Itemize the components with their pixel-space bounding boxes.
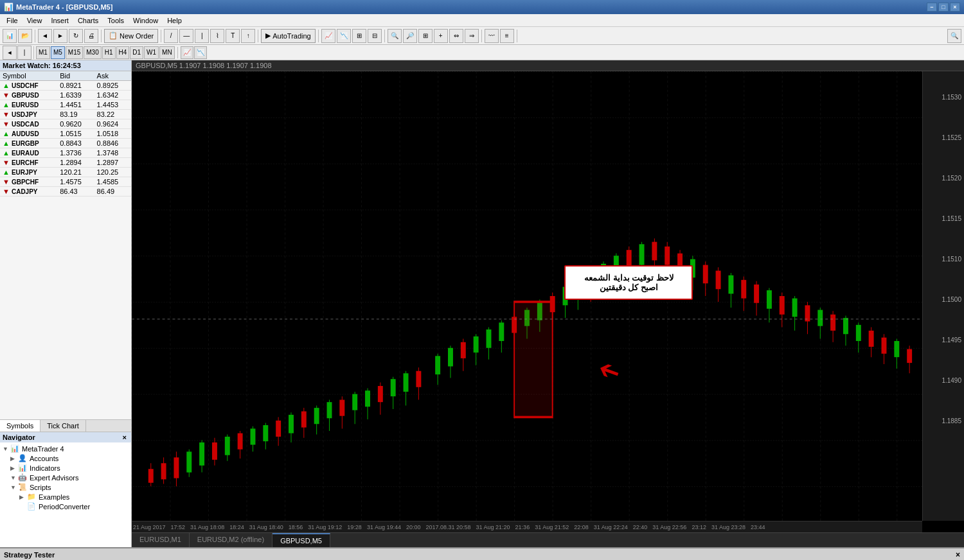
tree-item-scripts[interactable]: ▼ 📜 Scripts bbox=[1, 482, 130, 492]
tree-item-indicators[interactable]: ▶ 📊 Indicators bbox=[1, 463, 130, 473]
list-item[interactable]: ▼ CADJPY86.4386.49 bbox=[0, 187, 131, 197]
tf-m5[interactable]: M5 bbox=[51, 46, 65, 59]
time-label: 22:40 bbox=[633, 524, 648, 530]
refresh-btn[interactable]: ↻ bbox=[69, 29, 83, 43]
tf-w1[interactable]: W1 bbox=[144, 46, 159, 59]
menu-file[interactable]: File bbox=[3, 15, 22, 26]
crosshair-btn[interactable]: + bbox=[434, 29, 448, 43]
tf-arrow-left[interactable]: ◄ bbox=[3, 46, 17, 60]
candlestick-chart bbox=[132, 71, 922, 521]
menu-tools[interactable]: Tools bbox=[103, 15, 128, 26]
hline-btn[interactable]: — bbox=[179, 29, 193, 43]
indicator-btn1[interactable]: 〰 bbox=[485, 29, 499, 43]
new-order-button[interactable]: 📋 Expert properties New Order bbox=[104, 29, 158, 43]
line-btn[interactable]: / bbox=[164, 29, 178, 43]
list-item[interactable]: ▲ EURGBP0.88430.8846 bbox=[0, 139, 131, 148]
tree-item-examples[interactable]: ▶ 📁 Examples bbox=[1, 492, 130, 502]
navigator-header: Navigator × bbox=[0, 432, 131, 442]
tf-line-btn1[interactable]: 📈 bbox=[181, 46, 193, 59]
svg-rect-91 bbox=[716, 271, 721, 290]
list-item[interactable]: ▲ EURAUD1.37361.3748 bbox=[0, 148, 131, 158]
chart-canvas[interactable]: 1.1530 1.1525 1.1520 1.1515 1.1510 1.150… bbox=[132, 71, 964, 532]
time-label: 31 Aug 18:40 bbox=[249, 524, 283, 530]
tab-eurusd-m1[interactable]: EURUSD,M1 bbox=[132, 533, 190, 547]
panel-close-icon[interactable]: × bbox=[956, 550, 960, 559]
list-item[interactable]: ▲ AUDUSD1.05151.0518 bbox=[0, 129, 131, 139]
tf-bar-chart[interactable]: | bbox=[17, 46, 31, 60]
trade-btn3[interactable]: ⊞ bbox=[352, 29, 366, 43]
list-item[interactable]: ▲ USDCHF0.89210.8925 bbox=[0, 81, 131, 91]
svg-rect-5 bbox=[161, 463, 166, 479]
tab-tick-chart[interactable]: Tick Chart bbox=[40, 420, 86, 432]
list-item[interactable]: ▲ EURUSD1.44511.4453 bbox=[0, 100, 131, 110]
tree-label-pc: PeriodConverter bbox=[39, 503, 90, 511]
list-item[interactable]: ▼ GBPCHF1.45751.4585 bbox=[0, 177, 131, 187]
navigator-close-button[interactable]: × bbox=[121, 433, 129, 441]
fibonacci-btn[interactable]: ⌇ bbox=[210, 29, 224, 43]
minimize-button[interactable]: − bbox=[927, 3, 937, 12]
trade-btn1[interactable]: 📈 bbox=[321, 29, 335, 43]
tf-d1[interactable]: D1 bbox=[130, 46, 143, 59]
tf-line-btn2[interactable]: 📉 bbox=[194, 46, 207, 59]
price-level: 1.1885 bbox=[942, 417, 961, 424]
tab-gbpusd-m5[interactable]: GBPUSD,M5 bbox=[272, 533, 330, 547]
market-watch-header: Market Watch: 16:24:53 bbox=[0, 60, 131, 71]
scroll-btn[interactable]: ⇔ bbox=[449, 29, 463, 43]
list-item[interactable]: ▼ EURCHF1.28941.2897 bbox=[0, 158, 131, 168]
props-btn[interactable]: ⊞ bbox=[418, 29, 433, 43]
time-label: 21:36 bbox=[515, 524, 530, 530]
tf-mn[interactable]: MN bbox=[159, 46, 175, 59]
new-chart-btn[interactable]: 📊 bbox=[3, 29, 17, 43]
market-watch-table[interactable]: Symbol Bid Ask ▲ USDCHF0.89210.8925 ▼ GB… bbox=[0, 71, 131, 419]
tf-m15[interactable]: M15 bbox=[66, 46, 83, 59]
tree-item-accounts[interactable]: ▶ 👤 Accounts bbox=[1, 453, 130, 463]
indicator-btn2[interactable]: ≡ bbox=[500, 29, 514, 43]
maximize-button[interactable]: □ bbox=[938, 3, 949, 12]
svg-rect-83 bbox=[665, 247, 670, 265]
list-item[interactable]: ▼ USDCAD0.96200.9624 bbox=[0, 119, 131, 129]
menu-help[interactable]: Help bbox=[163, 15, 186, 26]
tf-h1[interactable]: H1 bbox=[102, 46, 116, 59]
navigator-tree[interactable]: ▼ 📊 MetaTrader 4 ▶ 👤 Accounts ▶ 📊 Indica… bbox=[0, 442, 131, 547]
print-btn[interactable]: 🖨 bbox=[84, 29, 98, 43]
tf-m1[interactable]: M1 bbox=[36, 46, 50, 59]
strategy-tester-bar: Strategy Tester × bbox=[0, 548, 964, 560]
col-bid: Bid bbox=[57, 71, 94, 81]
svg-rect-15 bbox=[225, 437, 230, 455]
svg-rect-27 bbox=[301, 411, 307, 427]
trade-btn2[interactable]: 📉 bbox=[337, 29, 351, 43]
trade-btn4[interactable]: ⊟ bbox=[368, 29, 382, 43]
svg-rect-47 bbox=[435, 356, 440, 374]
arrow-btn[interactable]: ↑ bbox=[241, 29, 255, 43]
time-label: 31 Aug 23:28 bbox=[711, 524, 745, 530]
list-item[interactable]: ▼ GBPUSD1.63391.6342 bbox=[0, 91, 131, 100]
tab-eurusd-m2-offline[interactable]: EURUSD,M2 (offline) bbox=[190, 533, 272, 547]
tf-m30[interactable]: M30 bbox=[84, 46, 101, 59]
menu-view[interactable]: View bbox=[23, 15, 46, 26]
autoscroll-btn[interactable]: ⇒ bbox=[465, 29, 479, 43]
tree-item-metatrader4[interactable]: ▼ 📊 MetaTrader 4 bbox=[1, 444, 130, 453]
svg-rect-57 bbox=[499, 322, 504, 341]
svg-rect-1 bbox=[132, 71, 922, 521]
svg-rect-101 bbox=[780, 296, 785, 315]
menu-charts[interactable]: Charts bbox=[74, 15, 102, 26]
back-btn[interactable]: ◄ bbox=[38, 29, 52, 43]
search-btn[interactable]: 🔍 bbox=[947, 29, 961, 43]
close-button[interactable]: × bbox=[950, 3, 960, 12]
zoom-in-btn[interactable]: 🔍 bbox=[388, 29, 402, 43]
period-sep-btn[interactable]: | bbox=[195, 29, 209, 43]
text-btn[interactable]: T bbox=[226, 29, 240, 43]
open-btn[interactable]: 📂 bbox=[18, 29, 32, 43]
menu-window[interactable]: Window bbox=[129, 15, 162, 26]
tree-item-expert-advisors[interactable]: ▼ 🤖 Expert Advisors bbox=[1, 473, 130, 482]
zoom-out-btn[interactable]: 🔎 bbox=[403, 29, 417, 43]
fwd-btn[interactable]: ► bbox=[53, 29, 67, 43]
tab-symbols[interactable]: Symbols bbox=[0, 420, 40, 432]
autotrading-button[interactable]: ▶ AutoTrading bbox=[261, 29, 316, 43]
menu-insert[interactable]: Insert bbox=[47, 15, 73, 26]
list-item[interactable]: ▲ EURJPY120.21120.25 bbox=[0, 168, 131, 177]
tree-item-periodconverter[interactable]: 📄 PeriodConverter bbox=[1, 502, 130, 511]
list-item[interactable]: ▼ USDJPY83.1983.22 bbox=[0, 110, 131, 119]
tf-h4[interactable]: H4 bbox=[116, 46, 130, 59]
annotation-line2: اصبح كل دقيقتين bbox=[572, 283, 685, 292]
